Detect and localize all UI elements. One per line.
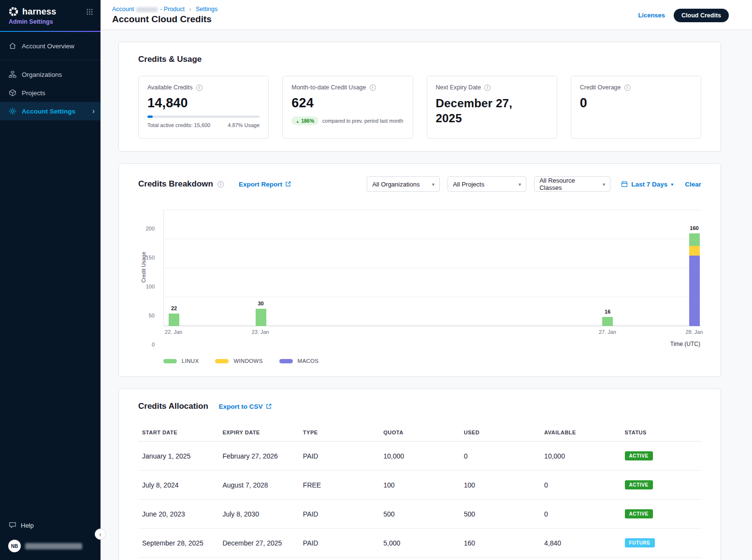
up-arrow-icon bbox=[296, 118, 299, 124]
legend-item-linux[interactable]: LINUX bbox=[163, 358, 199, 364]
help-label: Help bbox=[21, 522, 34, 529]
breadcrumb: Account- Product › Settings bbox=[112, 6, 217, 13]
avatar[interactable]: NB bbox=[8, 540, 21, 552]
credits-chart: Credit Usage 050100150200 223016160 22. … bbox=[138, 210, 701, 364]
mtd-usage-value: 624 bbox=[291, 96, 404, 111]
bar-linux[interactable] bbox=[602, 317, 613, 326]
bar-value-label: 22 bbox=[164, 305, 184, 311]
info-icon[interactable] bbox=[370, 85, 376, 91]
sidebar-item-projects[interactable]: Projects bbox=[0, 84, 101, 102]
bar-linux[interactable] bbox=[256, 309, 266, 326]
sidebar-item-account-settings[interactable]: Account Settings › bbox=[0, 102, 101, 120]
next-expiry-value: December 27, 2025 bbox=[436, 96, 528, 126]
breakdown-filters: All Organizations▾ All Projects▾ All Res… bbox=[367, 176, 701, 192]
organizations-icon bbox=[8, 71, 16, 78]
export-csv-link[interactable]: Export to CSV bbox=[219, 403, 272, 410]
credits-allocation-title: Credits Allocation bbox=[138, 402, 208, 411]
table-cell: 10,000 bbox=[379, 442, 460, 471]
y-tick-label: 200 bbox=[138, 226, 155, 231]
column-header: Type bbox=[299, 425, 379, 442]
gridline bbox=[164, 297, 701, 297]
chart-legend: LINUXWINDOWSMACOS bbox=[163, 358, 701, 364]
gridline bbox=[164, 326, 701, 326]
status-badge: FUTURE bbox=[625, 538, 655, 547]
sidebar-item-label: Account Overview bbox=[22, 43, 74, 50]
table-cell: 4,840 bbox=[540, 529, 621, 558]
sidebar-header: harness Admin Settings bbox=[0, 0, 101, 31]
status-badge: ACTIVE bbox=[625, 509, 653, 518]
chevron-down-icon: ▾ bbox=[432, 182, 434, 187]
table-cell: 160 bbox=[460, 529, 540, 558]
breadcrumb-product-link[interactable]: - Product bbox=[160, 6, 185, 13]
y-tick-label: 50 bbox=[138, 313, 155, 318]
bar-linux[interactable] bbox=[169, 314, 179, 326]
table-row: June 20, 2023July 8, 2030PAID5005000ACTI… bbox=[138, 500, 701, 529]
info-icon[interactable] bbox=[196, 85, 202, 91]
table-cell: PAID bbox=[299, 442, 379, 471]
page-title: Account Cloud Credits bbox=[112, 14, 217, 25]
user-profile[interactable]: NB bbox=[8, 540, 92, 552]
x-tick-label: 23. Jan bbox=[252, 329, 269, 335]
bar-value-label: 160 bbox=[685, 225, 704, 231]
bar-linux[interactable] bbox=[689, 233, 700, 246]
sidebar-collapse-button[interactable]: ‹ bbox=[95, 529, 106, 540]
brand-name[interactable]: harness bbox=[22, 7, 56, 17]
export-report-link[interactable]: Export Report bbox=[239, 181, 291, 188]
stat-label: Next Expiry Date bbox=[436, 84, 481, 91]
page-header: Account- Product › Settings Account Clou… bbox=[101, 0, 752, 30]
sidebar-item-organizations[interactable]: Organizations bbox=[0, 65, 101, 84]
breadcrumb-settings-link[interactable]: Settings bbox=[196, 6, 217, 13]
credits-progress-bar bbox=[147, 115, 260, 118]
app-switcher-icon[interactable] bbox=[87, 9, 93, 15]
status-badge: ACTIVE bbox=[625, 480, 653, 489]
legend-item-macos[interactable]: MACOS bbox=[279, 358, 319, 364]
delta-note: compared to prev. period last month bbox=[322, 118, 403, 124]
table-header-row: Start Date Expiry Date Type Quota Used A… bbox=[138, 425, 701, 442]
info-icon[interactable] bbox=[217, 181, 224, 187]
table-cell: 10,000 bbox=[540, 442, 621, 471]
credits-allocation-card: Credits Allocation Export to CSV Start D… bbox=[118, 388, 721, 560]
chart-x-axis-title: Time (UTC) bbox=[163, 341, 701, 347]
stat-card-available-credits: Available Credits 14,840 Total active cr… bbox=[138, 76, 269, 139]
chart-x-axis: 22. Jan23. Jan27. Jan28. Jan bbox=[163, 329, 701, 337]
sidebar-item-label: Organizations bbox=[22, 71, 62, 78]
allocation-table-body: January 1, 2025February 27, 2026PAID10,0… bbox=[138, 442, 701, 558]
legend-label: LINUX bbox=[182, 358, 199, 364]
column-header: Expiry Date bbox=[218, 425, 299, 442]
bar-windows[interactable] bbox=[689, 246, 700, 255]
info-icon[interactable] bbox=[624, 85, 631, 91]
stat-label: Credit Overage bbox=[580, 84, 621, 91]
credits-usage-card: Credits & Usage Available Credits 14,840… bbox=[118, 42, 721, 152]
legend-item-windows[interactable]: WINDOWS bbox=[215, 358, 262, 364]
credits-usage-title: Credits & Usage bbox=[138, 55, 701, 64]
x-tick-label: 28. Jan bbox=[685, 329, 703, 335]
legend-label: WINDOWS bbox=[233, 358, 262, 364]
clear-filters-link[interactable]: Clear bbox=[685, 181, 701, 188]
table-cell: FREE bbox=[299, 471, 379, 500]
chat-icon bbox=[8, 521, 16, 529]
licenses-tab[interactable]: Licenses bbox=[638, 12, 665, 19]
y-tick-label: 0 bbox=[138, 342, 155, 347]
projects-select[interactable]: All Projects▾ bbox=[448, 176, 526, 192]
gridline bbox=[164, 210, 701, 210]
breadcrumb-account-link[interactable]: Account bbox=[112, 6, 134, 13]
x-tick-label: 27. Jan bbox=[599, 329, 616, 335]
table-cell: PAID bbox=[299, 500, 379, 529]
help-button[interactable]: Help bbox=[8, 521, 92, 529]
sidebar-footer: Help NB bbox=[0, 521, 101, 560]
organizations-select[interactable]: All Organizations▾ bbox=[367, 176, 440, 192]
bar-macos[interactable] bbox=[689, 256, 700, 326]
total-active-credits-label: Total active credits: 15,600 bbox=[147, 122, 210, 128]
info-icon[interactable] bbox=[484, 85, 491, 91]
sidebar-item-account-overview[interactable]: Account Overview bbox=[0, 37, 101, 55]
column-header: Quota bbox=[379, 425, 460, 442]
credits-breakdown-title: Credits Breakdown bbox=[138, 179, 213, 189]
cloud-credits-tab[interactable]: Cloud Credits bbox=[674, 9, 729, 22]
date-range-filter[interactable]: Last 7 Days ▾ bbox=[621, 181, 673, 188]
gridline bbox=[164, 268, 701, 268]
external-link-icon bbox=[285, 181, 291, 187]
table-cell: January 1, 2025 bbox=[138, 442, 218, 471]
table-cell: September 28, 2025 bbox=[138, 529, 218, 558]
resource-classes-select[interactable]: All Resource Classes▾ bbox=[534, 176, 610, 192]
home-icon bbox=[8, 42, 16, 50]
